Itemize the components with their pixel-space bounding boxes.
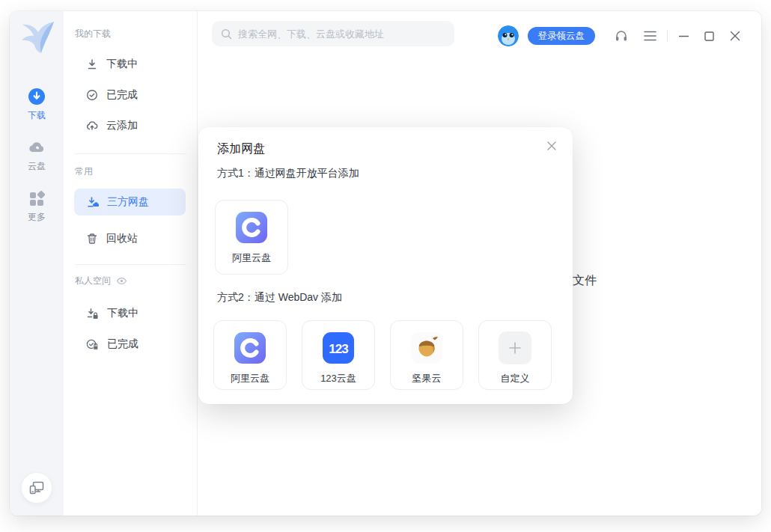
rail-item-cloud[interactable]: 云盘	[10, 138, 64, 173]
cloud-upload-icon	[86, 120, 98, 132]
rail-item-label: 下载	[28, 109, 46, 122]
background-text-fragment: 文件	[573, 273, 597, 289]
eye-icon[interactable]	[116, 275, 127, 287]
search-bar[interactable]	[212, 21, 454, 46]
rail-item-download[interactable]: 下载	[10, 88, 64, 122]
check-lock-icon	[86, 338, 99, 351]
drive-card-aliyun-open[interactable]: 阿里云盘	[215, 200, 288, 275]
sidebar-item-label: 下载中	[106, 58, 138, 71]
login-get-cloud-button[interactable]: 登录领云盘	[528, 27, 596, 45]
main-menu-icon[interactable]	[644, 31, 656, 41]
search-input[interactable]	[238, 28, 445, 40]
cloud-icon	[28, 138, 46, 156]
sidebar-section-my-downloads: 我的下载	[75, 28, 111, 40]
drive-card-label: 123云盘	[320, 372, 356, 385]
drive-card-custom[interactable]: 自定义	[478, 320, 552, 390]
drive-card-label: 自定义	[501, 372, 530, 385]
drive-card-aliyun-webdav[interactable]: 阿里云盘	[213, 320, 287, 390]
svg-text:123: 123	[329, 342, 348, 356]
aliyun-drive-icon	[235, 211, 268, 244]
sidebar-item-downloading[interactable]: 下载中	[74, 51, 186, 78]
aliyun-drive-icon	[234, 331, 266, 364]
sidebar-item-private-downloading[interactable]: 下载中	[74, 300, 186, 327]
sidebar-item-label: 已完成	[106, 88, 138, 102]
topbar-right-cluster: 登录领云盘	[498, 25, 741, 46]
remote-device-button[interactable]	[21, 472, 52, 504]
app-window: 下载 云盘 更多	[10, 11, 761, 516]
close-window-button[interactable]	[730, 31, 740, 41]
app-logo-icon	[19, 20, 55, 53]
sidebar: 我的下载 下载中 已完成 云添加 常用	[64, 11, 198, 516]
sidebar-item-label: 云添加	[106, 119, 138, 132]
download-icon	[86, 58, 98, 70]
123pan-icon: 123	[322, 331, 355, 364]
sidebar-item-label: 回收站	[106, 232, 138, 245]
drive-download-icon	[86, 196, 99, 209]
sidebar-section-private-space: 私人空间	[75, 275, 127, 287]
sidebar-section-common: 常用	[75, 165, 93, 178]
modal-title: 添加网盘	[217, 141, 265, 157]
download-lock-icon	[86, 308, 99, 320]
close-icon	[546, 141, 557, 151]
sidebar-item-label: 已完成	[107, 337, 138, 351]
sidebar-divider	[75, 153, 186, 154]
left-rail: 下载 云盘 更多	[10, 11, 64, 516]
rail-item-label: 云盘	[28, 160, 46, 173]
bird-avatar-icon	[498, 25, 519, 46]
method1-label: 方式1：通过网盘开放平台添加	[217, 167, 359, 180]
avatar[interactable]	[498, 25, 519, 46]
sidebar-item-cloud-add[interactable]: 云添加	[74, 112, 186, 139]
more-grid-icon	[28, 191, 45, 207]
trash-icon	[86, 233, 98, 245]
custom-plus-icon	[499, 331, 531, 364]
topbar-separator	[667, 30, 668, 42]
drive-card-label: 阿里云盘	[232, 251, 271, 265]
rail-item-label: 更多	[28, 211, 46, 224]
add-drive-modal: 添加网盘 方式1：通过网盘开放平台添加 阿里云盘 方式2：通过 WebDav 添…	[198, 127, 573, 404]
sidebar-item-label: 下载中	[107, 307, 138, 320]
modal-close-button[interactable]	[545, 139, 558, 153]
drive-card-123pan[interactable]: 123 123云盘	[302, 320, 375, 390]
nutstore-acorn-icon	[410, 331, 443, 364]
check-circle-icon	[86, 89, 98, 101]
sidebar-item-private-completed[interactable]: 已完成	[74, 331, 186, 358]
rail-item-more[interactable]: 更多	[10, 191, 64, 224]
drive-card-nutstore[interactable]: 坚果云	[390, 320, 463, 390]
support-headset-icon[interactable]	[615, 29, 628, 43]
phone-monitor-icon	[28, 480, 45, 496]
sidebar-item-label: 三方网盘	[107, 195, 149, 209]
method2-label: 方式2：通过 WebDav 添加	[217, 291, 342, 305]
sidebar-item-recycle-bin[interactable]: 回收站	[74, 225, 186, 252]
download-circle-icon	[28, 88, 46, 106]
sidebar-item-completed[interactable]: 已完成	[74, 82, 186, 108]
sidebar-item-third-party-drives[interactable]: 三方网盘	[74, 189, 186, 215]
sidebar-divider	[75, 264, 186, 265]
maximize-button[interactable]	[704, 31, 714, 41]
search-icon	[221, 28, 232, 40]
minimize-button[interactable]	[679, 31, 689, 41]
drive-card-label: 阿里云盘	[231, 372, 269, 385]
drive-card-label: 坚果云	[412, 372, 442, 385]
